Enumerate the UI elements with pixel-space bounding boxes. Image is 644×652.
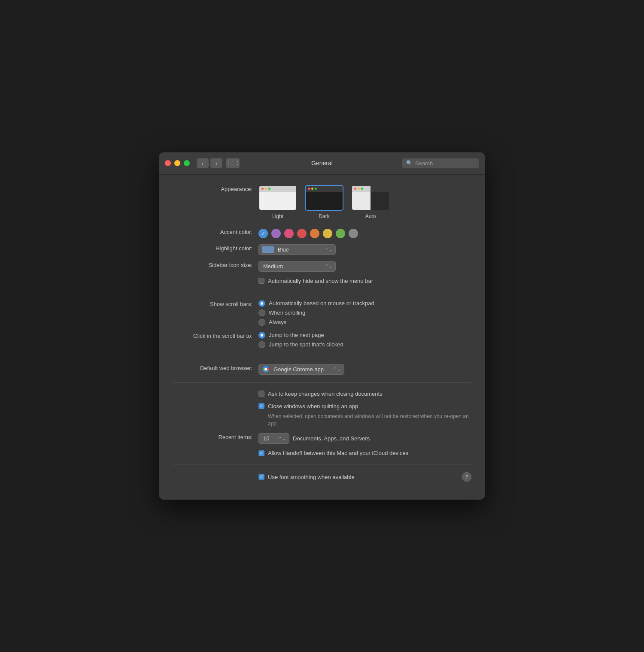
accent-pink[interactable] [284, 229, 294, 238]
close-windows-label [173, 403, 258, 404]
appearance-dark-label: Dark [319, 213, 329, 219]
ask-keep-checkbox-label: Ask to keep changes when closing documen… [268, 391, 383, 397]
font-smoothing-checkbox[interactable] [258, 474, 264, 480]
back-button[interactable]: ‹ [197, 158, 209, 168]
appearance-dark-thumb [305, 185, 343, 211]
browser-row: Default web browser: Google Chrome.app S… [173, 364, 471, 375]
click-scroll-spot-row: Jump to the spot that's clicked [258, 341, 471, 348]
menu-bar-checkbox-label: Automatically hide and show the menu bar [268, 278, 373, 284]
click-scroll-label: Click in the scroll bar to: [173, 332, 258, 339]
scroll-bars-options: Automatically based on mouse or trackpad… [258, 300, 471, 326]
recent-items-select-wrapper: 5 10 15 20 25 30 None ⌃⌄ [258, 433, 289, 444]
sidebar-icon-size-select[interactable]: Small Medium Large [258, 261, 336, 272]
forward-button[interactable]: › [210, 158, 222, 168]
thumb-body [259, 192, 296, 211]
close-windows-checkbox-label: Close windows when quitting an app [268, 403, 358, 409]
accent-purple[interactable] [271, 229, 281, 238]
appearance-dark[interactable]: Dark [305, 185, 343, 219]
highlight-color-select-wrapper: Blue Purple Pink Red Orange Yellow Green… [258, 244, 336, 255]
accent-colors [258, 228, 471, 238]
scroll-bars-always-radio[interactable] [258, 319, 265, 326]
highlight-color-select[interactable]: Blue Purple Pink Red Orange Yellow Green… [258, 244, 336, 255]
ask-keep-row: Ask to keep changes when closing documen… [173, 391, 471, 397]
font-smoothing-checkbox-row: Use font smoothing when available [258, 474, 355, 480]
accent-yellow[interactable] [323, 229, 332, 238]
accent-blue[interactable] [258, 229, 268, 238]
ask-keep-checkbox[interactable] [258, 391, 264, 397]
highlight-color-label: Highlight color: [173, 244, 258, 252]
close-button[interactable] [165, 160, 171, 166]
scroll-bars-auto-row: Automatically based on mouse or trackpad [258, 300, 471, 307]
minimize-button[interactable] [174, 160, 180, 166]
font-smoothing-row: Use font smoothing when available ? [173, 472, 471, 482]
close-windows-checkbox-row: Close windows when quitting an app [258, 403, 471, 409]
sidebar-icon-size-label: Sidebar icon size: [173, 261, 258, 268]
click-scroll-next-label: Jump to the next page [269, 332, 324, 338]
appearance-row: Appearance: Light [173, 185, 471, 219]
close-windows-row: Close windows when quitting an app When … [173, 403, 471, 428]
thumb-body [306, 192, 343, 211]
click-scroll-options: Jump to the next page Jump to the spot t… [258, 332, 471, 348]
appearance-options: Light Dark [258, 185, 390, 219]
appearance-auto[interactable]: Auto [351, 185, 390, 219]
appearance-auto-thumb [351, 185, 390, 211]
thumb-dot [261, 188, 264, 190]
accent-orange[interactable] [310, 229, 319, 238]
help-button[interactable]: ? [462, 472, 471, 482]
scroll-bars-auto-label: Automatically based on mouse or trackpad [269, 300, 374, 306]
accent-color-row: Accent color: [173, 228, 471, 238]
search-box[interactable]: 🔍 Search [402, 158, 479, 168]
close-windows-hint: When selected, open documents and window… [258, 412, 471, 428]
handoff-row: Allow Handoff between this Mac and your … [173, 450, 471, 456]
appearance-label: Appearance: [173, 185, 258, 192]
font-smoothing-label [173, 472, 258, 473]
menu-bar-checkbox[interactable] [258, 278, 264, 284]
browser-select-wrapper: Google Chrome.app Safari.app Firefox.app… [258, 364, 344, 375]
thumb-dot [268, 188, 270, 190]
accent-graphite[interactable] [349, 229, 358, 238]
appearance-light-thumb [258, 185, 297, 211]
system-preferences-window: ‹ › ⋮⋮⋮ General 🔍 Search Appearance: [159, 152, 485, 500]
scroll-bars-always-row: Always [258, 319, 471, 326]
thumb-dot [308, 188, 310, 190]
search-input[interactable]: Search [415, 160, 433, 167]
ask-keep-checkbox-row: Ask to keep changes when closing documen… [258, 391, 383, 397]
content-area: Appearance: Light [159, 175, 485, 500]
recent-items-select[interactable]: 5 10 15 20 25 30 None [258, 433, 289, 444]
thumb-dot [315, 188, 317, 190]
titlebar: ‹ › ⋮⋮⋮ General 🔍 Search [159, 152, 485, 175]
thumb-dot [265, 188, 267, 190]
handoff-checkbox[interactable] [258, 450, 264, 456]
appearance-light[interactable]: Light [258, 185, 297, 219]
thumb-dot [361, 188, 363, 190]
recent-items-stepper-wrapper: 5 10 15 20 25 30 None ⌃⌄ Documents, Apps… [258, 433, 370, 444]
highlight-color-row: Highlight color: Blue Purple Pink Red Or… [173, 244, 471, 255]
sidebar-icon-size-row: Sidebar icon size: Small Medium Large ⌃⌄ [173, 261, 471, 272]
thumb-dot [311, 188, 313, 190]
accent-green[interactable] [336, 229, 345, 238]
recent-items-row: Recent items: 5 10 15 20 25 30 None ⌃⌄ D… [173, 433, 471, 444]
thumb-dot [358, 188, 360, 190]
appearance-auto-label: Auto [365, 213, 376, 219]
divider-1 [173, 292, 471, 292]
handoff-label [173, 450, 258, 451]
close-windows-checkbox[interactable] [258, 403, 264, 409]
scroll-bars-scrolling-radio[interactable] [258, 309, 265, 316]
handoff-checkbox-label: Allow Handoff between this Mac and your … [268, 450, 408, 456]
maximize-button[interactable] [184, 160, 190, 166]
ask-keep-label [173, 391, 258, 391]
close-windows-controls: Close windows when quitting an app When … [258, 403, 471, 428]
click-scroll-spot-radio[interactable] [258, 341, 265, 348]
browser-select[interactable]: Google Chrome.app Safari.app Firefox.app [258, 364, 344, 375]
menu-bar-checkbox-row: Automatically hide and show the menu bar [258, 278, 373, 284]
nav-buttons: ‹ › [197, 158, 222, 168]
thumb-auto-titlebar [352, 186, 389, 192]
scroll-bars-auto-radio[interactable] [258, 300, 265, 307]
accent-red[interactable] [297, 229, 307, 238]
font-smoothing-row-inner: Use font smoothing when available ? [258, 472, 471, 482]
click-scroll-next-radio[interactable] [258, 332, 265, 339]
grid-button[interactable]: ⋮⋮⋮ [226, 158, 240, 168]
recent-items-suffix: Documents, Apps, and Servers [293, 435, 370, 442]
scroll-bars-label: Show scroll bars: [173, 300, 258, 307]
menu-bar-label [173, 278, 258, 279]
